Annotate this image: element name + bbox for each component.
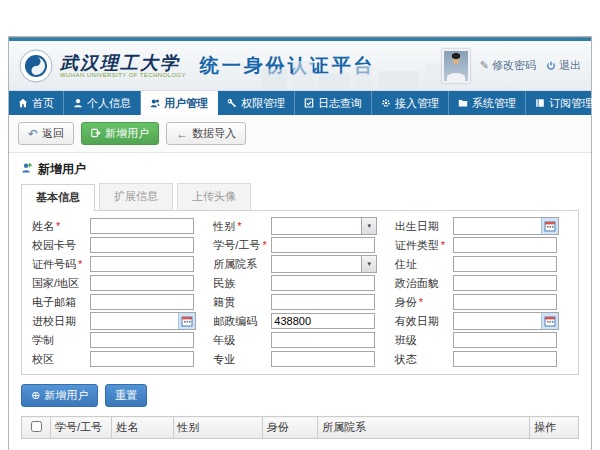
id-number-input[interactable]: [90, 256, 194, 272]
col-identity: 身份: [262, 417, 318, 439]
notebook-icon: [535, 98, 545, 108]
col-operations: 操作: [529, 417, 578, 439]
col-student-id: 学号/工号: [51, 417, 112, 439]
col-department: 所属院系: [318, 417, 530, 439]
major-input[interactable]: [271, 351, 375, 367]
class-field: 班级: [391, 331, 572, 349]
form-row: 姓名* 性别* ▼ 出生日期: [28, 217, 572, 235]
field-label: 进校日期: [32, 315, 76, 327]
tab-upload-photo[interactable]: 上传头像: [177, 183, 251, 210]
back-button[interactable]: ↶ 返回: [18, 122, 74, 145]
id-type-field: 证件类型*: [391, 236, 572, 254]
nav-item-user-management[interactable]: 用户管理: [141, 91, 218, 115]
select-all-checkbox[interactable]: [31, 421, 42, 432]
campus-input[interactable]: [90, 351, 194, 367]
nav-item-permission-management[interactable]: 权限管理: [218, 91, 295, 115]
birthdate-field: 出生日期: [391, 217, 572, 235]
calendar-icon[interactable]: [541, 313, 558, 329]
field-label: 年级: [213, 334, 235, 346]
schooling-length-field: 学制: [28, 331, 209, 349]
toolbar: ↶ 返回 新增用户 ← 数据导入: [9, 115, 591, 153]
gender-field: 性别* ▼: [209, 217, 390, 235]
campus-skyline-watermark: [261, 55, 461, 91]
grade-input[interactable]: [271, 332, 375, 348]
chevron-down-icon: ▼: [361, 256, 376, 272]
political-status-input[interactable]: [453, 275, 557, 291]
nav-label: 首页: [32, 96, 54, 111]
identity-input[interactable]: [453, 294, 557, 310]
country-field: 国家/地区: [28, 274, 209, 292]
schooling-length-input[interactable]: [90, 332, 194, 348]
postal-code-field: 邮政编码: [209, 312, 390, 330]
field-label: 班级: [395, 334, 417, 346]
status-field: 状态: [391, 350, 572, 368]
field-label: 证件号码: [32, 258, 76, 270]
nav-item-access-management[interactable]: 接入管理: [372, 91, 449, 115]
users-icon: [150, 98, 160, 108]
campus-card-input[interactable]: [90, 237, 194, 253]
gender-select[interactable]: ▼: [271, 217, 377, 235]
department-field: 所属院系 ▼: [209, 255, 390, 273]
nav-label: 系统管理: [472, 96, 516, 111]
empty-table-row: [22, 439, 579, 450]
name-input[interactable]: [90, 218, 194, 234]
birthdate-input[interactable]: [454, 218, 541, 234]
logout-link[interactable]: 退出: [546, 58, 581, 73]
address-input[interactable]: [453, 256, 557, 272]
nav-item-personal-info[interactable]: 个人信息: [64, 91, 141, 115]
field-label: 姓名: [32, 220, 54, 232]
enroll-date-field: 进校日期: [28, 312, 209, 330]
nav-label: 权限管理: [241, 96, 285, 111]
add-user-toolbar-button[interactable]: 新增用户: [81, 122, 159, 145]
reset-button[interactable]: 重置: [105, 384, 147, 407]
calendar-icon[interactable]: [178, 313, 195, 329]
nav-item-log-query[interactable]: 日志查询: [295, 91, 372, 115]
nav-label: 用户管理: [164, 96, 208, 111]
nav-label: 个人信息: [87, 96, 131, 111]
avatar[interactable]: [442, 49, 470, 83]
grade-field: 年级: [209, 331, 390, 349]
user-table-wrap: 学号/工号 姓名 性别 身份 所属院系 操作: [9, 416, 591, 450]
field-label: 出生日期: [395, 220, 439, 232]
country-input[interactable]: [90, 275, 194, 291]
enroll-date-input[interactable]: [91, 313, 178, 329]
plus-circle-icon: ⊕: [31, 389, 40, 402]
nav-item-home[interactable]: 首页: [9, 91, 64, 115]
tab-basic-info[interactable]: 基本信息: [21, 184, 95, 211]
change-password-link[interactable]: ✎ 修改密码: [480, 58, 536, 73]
field-label: 政治面貌: [395, 277, 439, 289]
native-place-input[interactable]: [271, 294, 375, 310]
postal-code-input[interactable]: [271, 313, 375, 329]
id-type-input[interactable]: [453, 237, 557, 253]
department-select[interactable]: ▼: [271, 255, 377, 273]
back-button-label: 返回: [42, 126, 64, 141]
class-input[interactable]: [453, 332, 557, 348]
log-check-icon: [304, 98, 314, 108]
data-import-button[interactable]: ← 数据导入: [166, 122, 246, 145]
form-row: 校园卡号 学号/工号* 证件类型*: [28, 236, 572, 254]
status-input[interactable]: [453, 351, 557, 367]
calendar-icon[interactable]: [541, 218, 558, 234]
field-label: 证件类型: [395, 239, 439, 251]
field-label: 住址: [395, 258, 417, 270]
campus-field: 校区: [28, 350, 209, 368]
form-row: 进校日期 邮政编码 有效日期: [28, 312, 572, 330]
university-logo-icon: [19, 49, 53, 83]
tab-extended-info[interactable]: 扩展信息: [99, 183, 173, 210]
field-label: 专业: [213, 353, 235, 365]
header-user-area: ✎ 修改密码 退出: [442, 49, 581, 83]
field-label: 状态: [395, 353, 417, 365]
submit-add-user-button[interactable]: ⊕ 新增用户: [21, 384, 98, 407]
email-input[interactable]: [90, 294, 194, 310]
ethnicity-input[interactable]: [271, 275, 375, 291]
nav-item-system-management[interactable]: 系统管理: [449, 91, 526, 115]
pencil-icon: ✎: [480, 59, 489, 72]
nav-item-subscription-management[interactable]: 订阅管理: [526, 91, 600, 115]
major-field: 专业: [209, 350, 390, 368]
required-marker: *: [56, 220, 60, 232]
student-id-input[interactable]: [271, 237, 375, 253]
valid-date-input[interactable]: [454, 313, 541, 329]
select-all-cell: [22, 417, 51, 439]
home-icon: [18, 98, 28, 108]
form-row: 电子邮箱 籍贯 身份*: [28, 293, 572, 311]
